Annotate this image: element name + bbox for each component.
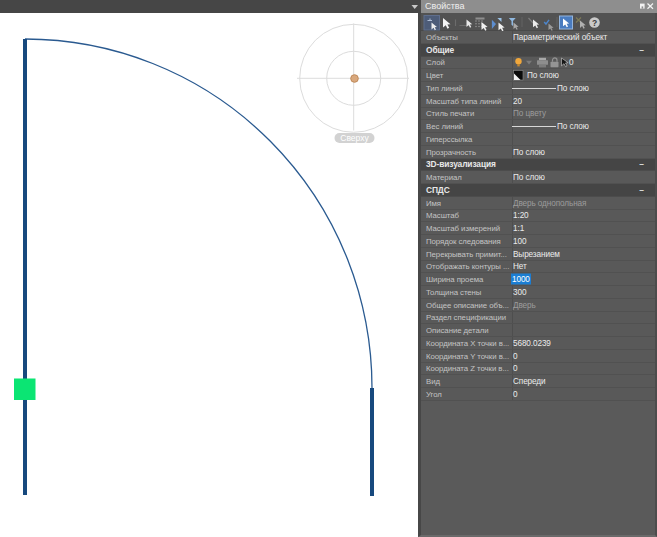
svg-text:Сверху: Сверху [340, 133, 369, 143]
svg-text:?: ? [592, 18, 597, 28]
